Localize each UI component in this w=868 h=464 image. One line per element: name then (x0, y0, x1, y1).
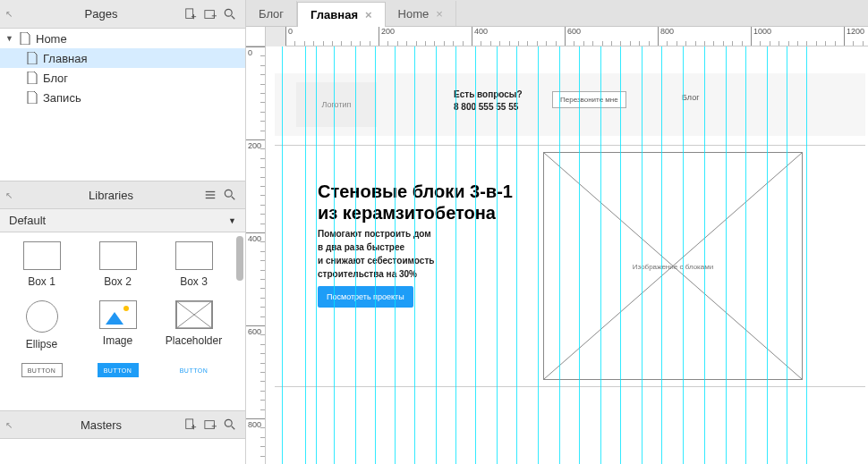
guide-vertical[interactable] (414, 46, 415, 464)
ruler-horizontal[interactable]: 020040060080010001200 (285, 27, 868, 46)
close-icon[interactable]: × (436, 7, 443, 21)
search-icon[interactable] (220, 415, 240, 434)
svg-line-7 (232, 15, 235, 19)
svg-point-22 (225, 419, 232, 426)
guide-vertical[interactable] (355, 46, 356, 464)
callback-button[interactable]: Перезвоните мне (552, 91, 626, 108)
guide-vertical[interactable] (316, 46, 317, 464)
collapse-icon[interactable]: ↖ (5, 9, 21, 19)
tree-root[interactable]: ▼ Home (0, 29, 245, 48)
masters-title: Masters (21, 418, 181, 432)
pages-tree: ▼ Home Главная Блог Запись (0, 29, 245, 181)
guide-vertical[interactable] (538, 46, 539, 464)
guide-vertical[interactable] (767, 46, 768, 464)
header-question: Есть вопросы? (454, 89, 523, 99)
ruler-corner (246, 27, 266, 46)
close-icon[interactable]: × (365, 8, 372, 21)
menu-icon[interactable] (200, 185, 220, 205)
guide-vertical[interactable] (516, 46, 517, 464)
guide-vertical[interactable] (600, 46, 601, 464)
search-icon[interactable] (220, 185, 240, 205)
svg-rect-19 (205, 421, 215, 429)
widget-placeholder[interactable]: Placeholder (156, 297, 232, 359)
guide-vertical[interactable] (620, 46, 621, 464)
guide-vertical[interactable] (395, 46, 396, 464)
hero-subtext[interactable]: Помогают построить домв два раза быстрее… (318, 227, 434, 281)
tree-item[interactable]: Запись (0, 88, 245, 107)
guide-vertical[interactable] (642, 46, 642, 464)
widget-button-link[interactable]: BUTTON (156, 359, 232, 386)
page-icon (25, 52, 39, 64)
guide-vertical[interactable] (559, 46, 560, 464)
tab-blog[interactable]: Блог (246, 1, 297, 26)
pages-title: Pages (21, 7, 181, 21)
guide-vertical[interactable] (375, 46, 376, 464)
libraries-title: Libraries (21, 189, 200, 202)
collapse-icon[interactable]: ↖ (5, 420, 21, 430)
guide-vertical[interactable] (455, 46, 456, 464)
svg-rect-3 (205, 10, 215, 18)
page-tabs: Блог Главная× Home× (246, 0, 868, 27)
widget-image[interactable]: Image (80, 297, 156, 359)
tab-main[interactable]: Главная× (297, 2, 385, 27)
chevron-down-icon: ▼ (228, 216, 236, 225)
guide-vertical[interactable] (497, 46, 498, 464)
widget-ellipse[interactable]: Ellipse (4, 297, 80, 359)
main-area: Блог Главная× Home× 02004006008001000120… (246, 0, 868, 464)
guide-vertical[interactable] (683, 46, 684, 464)
svg-point-11 (225, 190, 232, 197)
svg-line-12 (232, 197, 235, 200)
header-phone: 8 800 555 55 55 (454, 102, 518, 112)
search-icon[interactable] (220, 4, 240, 24)
add-master-folder-icon[interactable] (200, 415, 220, 434)
canvas[interactable]: Логотип Есть вопросы? 8 800 555 55 55 Пе… (266, 46, 868, 464)
guide-vertical[interactable] (726, 46, 727, 464)
pages-panel-header: ↖ Pages (0, 0, 245, 29)
separator (275, 386, 865, 387)
guide-vertical[interactable] (661, 46, 662, 464)
separator (275, 145, 865, 146)
guide-vertical[interactable] (436, 46, 437, 464)
svg-line-23 (232, 426, 235, 430)
tree-item[interactable]: Главная (0, 48, 245, 68)
add-folder-icon[interactable] (200, 4, 220, 24)
left-sidebar: ↖ Pages ▼ Home Главная Блог Запись (0, 0, 246, 464)
widget-button-outline[interactable]: BUTTON (4, 359, 80, 386)
masters-panel-header: ↖ Masters (0, 410, 245, 439)
chevron-down-icon[interactable]: ▼ (5, 34, 18, 43)
widget-button-primary[interactable]: BUTTON (80, 359, 156, 386)
guide-vertical[interactable] (579, 46, 580, 464)
library-dropdown[interactable]: Default ▼ (0, 209, 245, 232)
guide-vertical[interactable] (334, 46, 335, 464)
libraries-panel-header: ↖ Libraries (0, 181, 245, 209)
widget-box3[interactable]: Box 3 (156, 238, 232, 297)
page-icon (25, 91, 39, 104)
collapse-icon[interactable]: ↖ (5, 190, 21, 200)
widget-box2[interactable]: Box 2 (80, 238, 156, 297)
tab-home[interactable]: Home× (386, 1, 456, 26)
svg-point-6 (225, 9, 232, 16)
guide-vertical[interactable] (745, 46, 746, 464)
library-grid: Box 1 Box 2 Box 3 Ellipse Image Placehol… (0, 232, 245, 410)
guide-vertical[interactable] (475, 46, 476, 464)
add-master-icon[interactable] (181, 415, 200, 434)
page-icon (25, 72, 39, 84)
hero-cta-button[interactable]: Посмотреть проекты (318, 286, 413, 308)
guide-vertical[interactable] (282, 46, 283, 464)
tree-item[interactable]: Блог (0, 68, 245, 88)
widget-box1[interactable]: Box 1 (4, 238, 80, 297)
ruler-vertical[interactable]: 0200400600800 (246, 46, 266, 464)
guide-vertical[interactable] (806, 46, 807, 464)
logo-placeholder[interactable]: Логотип (296, 82, 377, 127)
add-page-icon[interactable] (181, 4, 200, 24)
guide-vertical[interactable] (704, 46, 705, 464)
guide-vertical[interactable] (305, 46, 306, 464)
page-icon (18, 32, 32, 45)
scrollbar-thumb[interactable] (236, 236, 243, 281)
guide-vertical[interactable] (787, 46, 787, 464)
blog-link[interactable]: Блог (682, 93, 699, 102)
hero-image-placeholder[interactable]: Изображение с блоками (543, 152, 803, 380)
